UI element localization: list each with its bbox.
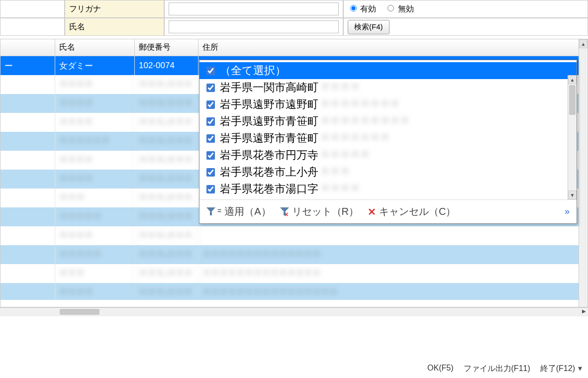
search-button-cell: 検索(F4) <box>343 18 588 36</box>
cell-address: ＊＊＊＊＊＊＊＊＊＊＊＊＊＊ <box>198 245 588 264</box>
filter-item[interactable]: 岩手県花巻市円万寺＊＊＊＊＊ <box>199 147 577 164</box>
cell-name: ＊＊＊＊＊ <box>55 245 135 264</box>
filter-item-extra: ＊＊＊＊＊＊＊ <box>320 132 390 145</box>
cell-prefix <box>0 245 55 264</box>
filter-list: （全て選択） 岩手県一関市高崎町＊＊＊＊岩手県遠野市遠野町＊＊＊＊＊＊＊＊岩手県… <box>199 60 577 199</box>
grid-header-blank[interactable] <box>0 39 55 56</box>
filter-select-all-label: （全て選択） <box>220 63 286 78</box>
filter-item-label: 岩手県花巻市円万寺 <box>220 148 318 163</box>
name-label: 氏名 <box>65 18 164 36</box>
filter-item-label: 岩手県一関市高崎町 <box>220 80 318 95</box>
filter-item-extra: ＊＊＊＊ <box>320 183 360 196</box>
cell-prefix: ー <box>0 56 55 75</box>
filter-scroll-down-icon[interactable]: ▼ <box>568 190 577 199</box>
cell-name: ＊＊＊ <box>55 264 135 283</box>
filter-apply-button[interactable]: = 適用（A） <box>206 205 271 218</box>
table-row[interactable]: ＊＊＊＊＊＊＊-＊＊＊＊＊＊＊＊＊＊＊＊＊＊＊＊＊＊＊ <box>0 283 588 300</box>
filter-item[interactable]: 岩手県遠野市青笹町＊＊＊＊＊＊＊ <box>199 130 577 147</box>
grid-header-postal[interactable]: 郵便番号 <box>135 39 198 56</box>
filter-item-label: 岩手県遠野市遠野町 <box>220 97 318 112</box>
close-button[interactable]: 終了(F12) <box>540 364 582 374</box>
cell-prefix <box>0 170 55 189</box>
filter-item[interactable]: 岩手県花巻市湯口字＊＊＊＊ <box>199 181 577 197</box>
cell-name: ＊＊＊＊ <box>55 75 135 94</box>
radio-invalid[interactable]: 無効 <box>385 3 413 14</box>
filter-reset-icon: × <box>280 207 289 216</box>
search-form: フリガナ 有効 無効 氏名 検索(F4) <box>0 0 588 36</box>
cell-prefix <box>0 113 55 132</box>
cell-postal: ＊＊＊-＊＊＊ <box>135 226 198 245</box>
filter-item[interactable]: 岩手県遠野市遠野町＊＊＊＊＊＊＊＊ <box>199 96 577 113</box>
cell-name: ＊＊＊＊ <box>55 226 135 245</box>
filter-scroll-thumb[interactable] <box>569 85 576 115</box>
filter-item-checkbox[interactable] <box>206 168 215 177</box>
cell-address <box>198 226 588 245</box>
filter-item[interactable]: 岩手県一関市高崎町＊＊＊＊ <box>199 79 577 96</box>
radio-valid[interactable]: 有効 <box>348 3 376 14</box>
cell-name: ＊＊＊＊ <box>55 94 135 113</box>
filter-select-all[interactable]: （全て選択） <box>199 62 577 79</box>
cell-prefix <box>0 151 55 170</box>
filter-select-all-checkbox[interactable] <box>206 67 215 75</box>
filter-reset-button[interactable]: × リセット（R） <box>280 205 359 218</box>
filter-item-checkbox[interactable] <box>206 185 215 193</box>
blank-cell-2 <box>0 18 65 36</box>
filter-item-checkbox[interactable] <box>206 100 215 109</box>
cell-name: ＊＊＊＊ <box>55 283 135 300</box>
furigana-input[interactable] <box>169 2 339 15</box>
table-row[interactable]: ＊＊＊＊＊＊＊-＊＊＊ <box>0 226 588 245</box>
cell-prefix <box>0 94 55 113</box>
cell-name: ＊＊＊＊ <box>55 113 135 132</box>
filter-item-extra: ＊＊＊＊ <box>320 81 360 94</box>
radio-invalid-input[interactable] <box>388 5 394 11</box>
filter-item-extra: ＊＊＊＊＊ <box>320 149 370 162</box>
more-chevrons-icon[interactable]: » <box>565 206 570 217</box>
grid-header: 氏名 郵便番号 住所 <box>0 39 588 56</box>
radio-valid-input[interactable] <box>350 5 357 11</box>
cell-name: ＊＊＊ <box>55 189 135 207</box>
cell-postal: ＊＊＊-＊＊＊ <box>135 170 198 189</box>
cell-postal: ＊＊＊-＊＊＊ <box>135 189 198 207</box>
grid-header-address[interactable]: 住所 <box>198 39 588 56</box>
ok-button[interactable]: OK(F5) <box>427 364 453 374</box>
status-radio-group: 有効 無効 <box>343 0 588 18</box>
scroll-up-icon[interactable]: ▲ <box>579 39 588 48</box>
filter-item-label: 岩手県花巻市上小舟 <box>220 165 318 180</box>
grid-vertical-scrollbar[interactable]: ▲ <box>579 39 588 307</box>
table-row[interactable]: ＊＊＊＊＊＊-＊＊＊＊＊＊＊＊＊＊＊＊＊＊＊＊＊ <box>0 264 588 283</box>
grid-horizontal-scrollbar[interactable] <box>0 307 588 316</box>
filter-cancel-button[interactable]: ✕ キャンセル（C） <box>368 205 456 218</box>
cell-address: ＊＊＊＊＊＊＊＊＊＊＊＊＊＊ <box>198 264 588 283</box>
cell-postal: ＊＊＊-＊＊＊ <box>135 132 198 151</box>
filter-scroll-up-icon[interactable]: ▲ <box>568 75 577 84</box>
file-export-button[interactable]: ファイル出力(F11) <box>464 364 530 374</box>
table-row[interactable]: ＊＊＊＊＊＊＊＊-＊＊＊＊＊＊＊＊＊＊＊＊＊＊＊＊＊ <box>0 245 588 264</box>
cell-prefix <box>0 132 55 151</box>
filter-item-label: 岩手県遠野市青笹町 <box>220 114 318 129</box>
address-filter-popup: （全て選択） 岩手県一関市高崎町＊＊＊＊岩手県遠野市遠野町＊＊＊＊＊＊＊＊岩手県… <box>199 60 577 224</box>
cell-prefix <box>0 189 55 207</box>
cell-prefix <box>0 75 55 94</box>
hscroll-thumb[interactable] <box>60 309 99 315</box>
name-input-cell <box>164 18 343 36</box>
filter-item-checkbox[interactable] <box>206 134 215 143</box>
cell-postal: ＊＊＊-＊＊＊ <box>135 264 198 283</box>
cell-name: ＊＊＊＊ <box>55 170 135 189</box>
filter-vertical-scrollbar[interactable]: ▲ ▼ <box>568 75 577 199</box>
name-input[interactable] <box>169 20 339 33</box>
filter-item-checkbox[interactable] <box>206 151 215 160</box>
filter-item[interactable]: 岩手県花巻市上小舟＊＊＊ <box>199 164 577 181</box>
cell-postal: ＊＊＊-＊＊＊ <box>135 151 198 170</box>
search-button[interactable]: 検索(F4) <box>348 20 390 34</box>
cell-postal: ＊＊＊-＊＊＊ <box>135 75 198 94</box>
cell-prefix <box>0 226 55 245</box>
filter-apply-icon <box>206 207 215 216</box>
filter-item-checkbox[interactable] <box>206 84 215 92</box>
cell-name: ＊＊＊＊＊ <box>55 207 135 226</box>
cell-postal: ＊＊＊-＊＊＊ <box>135 94 198 113</box>
cell-postal: 102-0074 <box>135 56 198 75</box>
grid-header-name[interactable]: 氏名 <box>55 39 135 56</box>
filter-item[interactable]: 岩手県遠野市青笹町＊＊＊＊＊＊＊＊＊ <box>199 113 577 130</box>
filter-item-checkbox[interactable] <box>206 117 215 126</box>
cell-postal: ＊＊＊-＊＊＊ <box>135 245 198 264</box>
